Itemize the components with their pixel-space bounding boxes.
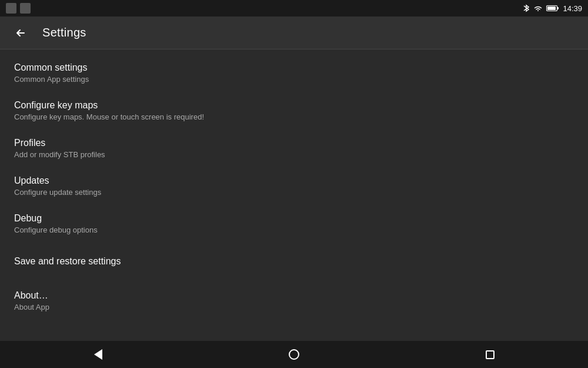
svg-rect-1 [557, 7, 559, 9]
settings-item-common-settings[interactable]: Common settings Common App settings [0, 54, 588, 92]
svg-rect-2 [547, 6, 556, 10]
settings-item-save-restore[interactable]: Save and restore settings [0, 248, 588, 277]
toolbar-title: Settings [42, 26, 86, 39]
settings-content: Common settings Common App settings Conf… [0, 49, 588, 341]
nav-home-button[interactable] [276, 344, 312, 365]
settings-item-title-configure-key-maps: Configure key maps [14, 100, 574, 111]
settings-divider [0, 245, 588, 246]
wifi-icon [533, 5, 543, 12]
settings-item-subtitle-updates: Configure update settings [14, 188, 574, 197]
back-button[interactable] [9, 22, 31, 44]
app-icon-1 [6, 3, 16, 14]
nav-back-button[interactable] [81, 344, 116, 365]
battery-icon [546, 5, 559, 12]
settings-item-title-updates: Updates [14, 175, 574, 186]
nav-home-icon [289, 349, 299, 360]
settings-item-subtitle-common-settings: Common App settings [14, 75, 574, 84]
settings-divider-2 [0, 279, 588, 280]
settings-item-updates[interactable]: Updates Configure update settings [0, 167, 588, 205]
settings-item-debug[interactable]: Debug Configure debug options [0, 205, 588, 243]
status-bar: 14:39 [0, 0, 588, 16]
toolbar: Settings [0, 16, 588, 49]
settings-item-profiles[interactable]: Profiles Add or modify STB profiles [0, 130, 588, 167]
status-time: 14:39 [563, 4, 582, 13]
settings-item-title-save-restore: Save and restore settings [14, 256, 574, 267]
status-bar-left [6, 3, 31, 14]
nav-recent-button[interactable] [472, 344, 507, 365]
settings-item-title-common-settings: Common settings [14, 62, 574, 73]
settings-item-configure-key-maps[interactable]: Configure key maps Configure key maps. M… [0, 92, 588, 130]
app-icon-2 [20, 3, 31, 14]
settings-item-title-debug: Debug [14, 213, 574, 224]
settings-item-title-about: About… [14, 290, 574, 301]
nav-recent-icon [486, 350, 495, 359]
settings-item-subtitle-profiles: Add or modify STB profiles [14, 150, 574, 159]
settings-item-about[interactable]: About… About App [0, 282, 588, 320]
settings-item-subtitle-about: About App [14, 303, 574, 311]
bluetooth-icon [523, 4, 530, 13]
settings-item-subtitle-configure-key-maps: Configure key maps. Mouse or touch scree… [14, 112, 574, 121]
nav-back-icon [94, 349, 102, 360]
status-bar-right: 14:39 [523, 4, 582, 13]
settings-item-title-profiles: Profiles [14, 138, 574, 148]
nav-bar [0, 341, 588, 368]
settings-item-subtitle-debug: Configure debug options [14, 226, 574, 234]
